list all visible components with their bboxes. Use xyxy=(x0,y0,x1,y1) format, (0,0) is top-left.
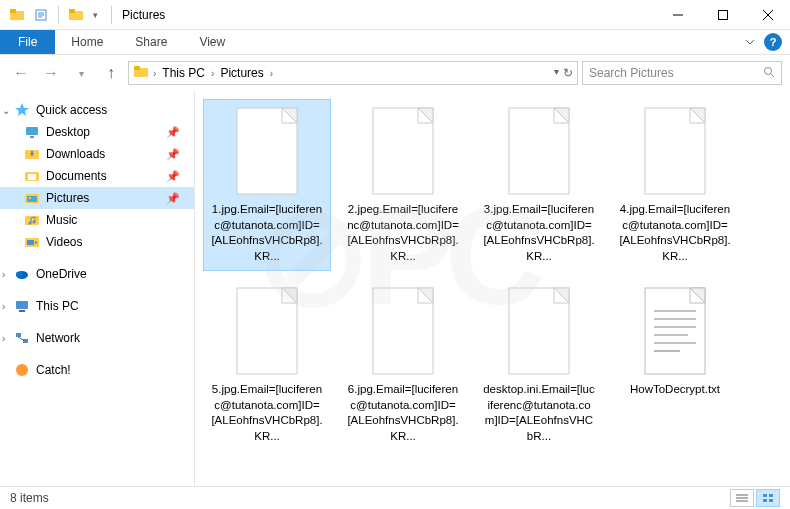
icons-view-button[interactable] xyxy=(756,489,780,507)
svg-rect-49 xyxy=(237,288,297,374)
file-name: 5.jpg.Email=[luciferenc@tutanota.com]ID=… xyxy=(210,382,324,444)
back-button[interactable]: ← xyxy=(8,60,34,86)
text-file-icon xyxy=(640,286,710,376)
file-item[interactable]: 1.jpg.Email=[luciferenc@tutanota.com]ID=… xyxy=(203,99,331,271)
svg-rect-1 xyxy=(10,9,16,13)
folder-icon xyxy=(133,64,149,83)
ribbon-tabs: File Home Share View ? xyxy=(0,30,790,55)
sidebar-item-label: OneDrive xyxy=(36,267,87,281)
file-item[interactable]: 4.jpg.Email=[luciferenc@tutanota.com]ID=… xyxy=(611,99,739,271)
navigation-pane: ⌄ Quick access Desktop📌Downloads📌Documen… xyxy=(0,91,195,486)
sidebar-this-pc[interactable]: › This PC xyxy=(0,295,194,317)
breadcrumb-pictures[interactable]: Pictures xyxy=(218,66,265,80)
svg-rect-51 xyxy=(373,288,433,374)
blank-file-icon xyxy=(232,286,302,376)
file-content-pane[interactable]: 1.jpg.Email=[luciferenc@tutanota.com]ID=… xyxy=(195,91,790,486)
file-name: 2.jpeg.Email=[luciferenc@tutanota.com]ID… xyxy=(346,202,460,264)
chevron-right-icon[interactable]: › xyxy=(211,68,214,79)
sidebar-item-downloads[interactable]: Downloads📌 xyxy=(0,143,194,165)
address-bar-row: ← → ▾ ↑ › This PC › Pictures › ▾ ↻ Searc… xyxy=(0,55,790,91)
svg-rect-35 xyxy=(16,301,28,309)
address-dropdown-icon[interactable]: ▾ xyxy=(554,66,559,80)
svg-point-26 xyxy=(29,197,31,199)
title-bar: ▾ Pictures xyxy=(0,0,790,30)
minimize-button[interactable] xyxy=(655,0,700,29)
svg-rect-66 xyxy=(763,494,767,497)
svg-rect-23 xyxy=(28,174,36,180)
pin-icon: 📌 xyxy=(166,170,180,183)
search-icon[interactable] xyxy=(763,66,775,81)
file-item[interactable]: HowToDecrypt.txt xyxy=(611,279,739,451)
svg-rect-53 xyxy=(509,288,569,374)
folder-icon xyxy=(24,234,40,250)
tab-share[interactable]: Share xyxy=(119,30,183,54)
blank-file-icon xyxy=(504,106,574,196)
collapse-icon[interactable]: ⌄ xyxy=(2,105,10,116)
svg-rect-43 xyxy=(373,108,433,194)
sidebar-item-label: Desktop xyxy=(46,125,90,139)
svg-rect-18 xyxy=(30,136,34,138)
sidebar-item-pictures[interactable]: Pictures📌 xyxy=(0,187,194,209)
pin-icon: 📌 xyxy=(166,192,180,205)
sidebar-catch[interactable]: Catch! xyxy=(0,359,194,381)
properties-icon[interactable] xyxy=(30,4,52,26)
expand-icon[interactable]: › xyxy=(2,333,5,344)
chevron-right-icon[interactable]: › xyxy=(153,68,156,79)
sidebar-item-documents[interactable]: Documents📌 xyxy=(0,165,194,187)
recent-dropdown-icon[interactable]: ▾ xyxy=(68,60,94,86)
qat-dropdown-icon[interactable]: ▾ xyxy=(89,4,101,26)
file-item[interactable]: 5.jpg.Email=[luciferenc@tutanota.com]ID=… xyxy=(203,279,331,451)
expand-icon[interactable]: › xyxy=(2,269,5,280)
quick-access-icon xyxy=(14,102,30,118)
folder-icon xyxy=(24,124,40,140)
forward-button[interactable]: → xyxy=(38,60,64,86)
sidebar-onedrive[interactable]: › OneDrive xyxy=(0,263,194,285)
breadcrumb-this-pc[interactable]: This PC xyxy=(160,66,207,80)
blank-file-icon xyxy=(232,106,302,196)
folder-app-icon xyxy=(6,4,28,26)
svg-rect-47 xyxy=(645,108,705,194)
file-item[interactable]: desktop.ini.Email=[luciferenc@tutanota.c… xyxy=(475,279,603,451)
qat-folder-icon[interactable] xyxy=(65,4,87,26)
svg-rect-38 xyxy=(23,339,28,343)
file-name: HowToDecrypt.txt xyxy=(630,382,720,398)
file-item[interactable]: 6.jpg.Email=[luciferenc@tutanota.com]ID=… xyxy=(339,279,467,451)
chevron-right-icon[interactable]: › xyxy=(270,68,273,79)
svg-rect-45 xyxy=(509,108,569,194)
search-input[interactable]: Search Pictures xyxy=(582,61,782,85)
svg-rect-25 xyxy=(27,196,37,202)
expand-icon[interactable]: › xyxy=(2,301,5,312)
file-item[interactable]: 3.jpg.Email=[luciferenc@tutanota.com]ID=… xyxy=(475,99,603,271)
up-button[interactable]: ↑ xyxy=(98,60,124,86)
file-item[interactable]: 2.jpeg.Email=[luciferenc@tutanota.com]ID… xyxy=(339,99,467,271)
svg-rect-7 xyxy=(69,9,75,13)
sidebar-quick-access[interactable]: ⌄ Quick access xyxy=(0,99,194,121)
blank-file-icon xyxy=(504,286,574,376)
folder-icon xyxy=(24,146,40,162)
sidebar-item-label: Music xyxy=(46,213,77,227)
refresh-icon[interactable]: ↻ xyxy=(563,66,573,80)
close-button[interactable] xyxy=(745,0,790,29)
svg-point-40 xyxy=(16,364,28,376)
sidebar-item-label: Pictures xyxy=(46,191,89,205)
file-name: 3.jpg.Email=[luciferenc@tutanota.com]ID=… xyxy=(482,202,596,264)
file-name: 6.jpg.Email=[luciferenc@tutanota.com]ID=… xyxy=(346,382,460,444)
sidebar-network[interactable]: › Network xyxy=(0,327,194,349)
item-count: 8 items xyxy=(10,491,49,505)
sidebar-item-label: Downloads xyxy=(46,147,105,161)
tab-home[interactable]: Home xyxy=(55,30,119,54)
folder-icon xyxy=(24,168,40,184)
sidebar-item-videos[interactable]: Videos xyxy=(0,231,194,253)
help-button[interactable]: ? xyxy=(764,33,782,51)
address-bar[interactable]: › This PC › Pictures › ▾ ↻ xyxy=(128,61,578,85)
ribbon-expand-icon[interactable] xyxy=(742,34,758,50)
tab-view[interactable]: View xyxy=(183,30,241,54)
window-title: Pictures xyxy=(122,8,165,22)
svg-rect-41 xyxy=(237,108,297,194)
details-view-button[interactable] xyxy=(730,489,754,507)
sidebar-item-music[interactable]: Music xyxy=(0,209,194,231)
svg-rect-31 xyxy=(27,240,34,245)
sidebar-item-desktop[interactable]: Desktop📌 xyxy=(0,121,194,143)
file-tab[interactable]: File xyxy=(0,30,55,54)
maximize-button[interactable] xyxy=(700,0,745,29)
